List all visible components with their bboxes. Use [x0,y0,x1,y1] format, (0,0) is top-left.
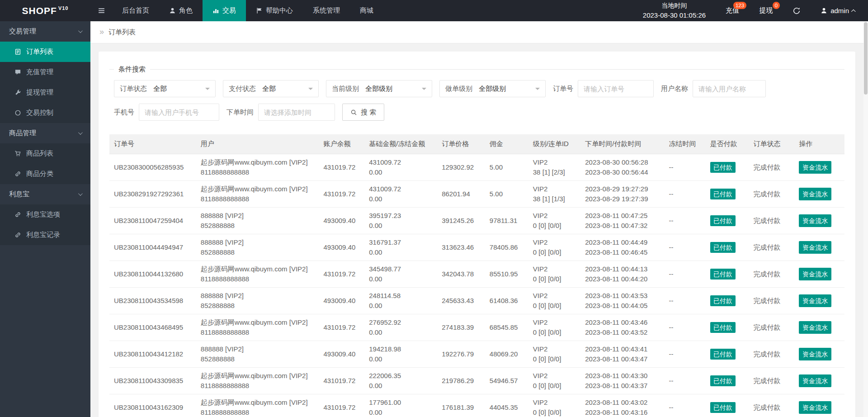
topnav-item-label: 角色 [179,6,193,15]
sidebar-item-0-2[interactable]: 提现管理 [0,82,90,103]
fund-flow-button[interactable]: 资金流水 [799,401,831,414]
chevron-down-icon [78,130,83,135]
fund-flow-button[interactable]: 资金流水 [799,188,831,200]
cell-level-line1: VIP2 [533,184,576,194]
cell-commission: 48069.20 [490,349,524,359]
column-header-8: 冻结时间 [665,134,706,154]
sidebar-item-0-0[interactable]: 订单列表 [0,42,90,62]
cell-price: 192276.79 [442,349,481,359]
chevron-down-icon [78,28,83,33]
top-navbar: SHOPF V10 后台首页角色交易帮助中心系统管理商城 当地时间 2023-0… [0,0,868,21]
cell-commission: 97811.31 [490,216,524,226]
vertical-scrollbar[interactable] [863,21,868,417]
table-row: UB2308110043534598888888 [VIP2]852888888… [109,288,844,314]
fund-flow-button[interactable]: 资金流水 [799,241,831,254]
cell-price: 129302.92 [442,162,481,172]
menu-toggle-icon[interactable] [90,0,112,21]
column-header-11: 操作 [794,134,844,154]
topnav-item-4[interactable]: 系统管理 [303,0,350,21]
filter-select-1[interactable]: 支付状态全部 [223,80,319,97]
sidebar: 交易管理订单列表充值管理提现管理交易控制商品管理商品列表商品分类利息宝利息宝选项… [0,21,90,417]
sidebar-item-2-0[interactable]: 利息宝选项 [0,204,90,225]
cell-frozen: -- [669,216,701,226]
filter-select-3[interactable]: 做单级别全部级别 [439,80,546,97]
fund-flow-button[interactable]: 资金流水 [799,374,831,387]
cell-balance: 431019.72 [323,376,360,386]
sidebar-item-0-3[interactable]: 交易控制 [0,103,90,123]
topnav-item-3[interactable]: 帮助中心 [246,0,303,21]
table-header-row: 订单号用户账户余额基础金额/冻结金额订单价格佣金级别/连单ID下单时间/付款时间… [109,134,844,154]
paid-status-badge: 已付款 [710,189,736,199]
filter-input-7[interactable] [258,104,335,121]
filter-input-group-6: 手机号 [114,104,219,121]
cell-price: 274183.39 [442,322,481,332]
cell-user-line1: 起步源码网www.qibuym.com [VIP2] [201,264,315,274]
cell-time-line1: 2023-08-11 00:43:30 [585,371,660,381]
sidebar-group-1[interactable]: 商品管理 [0,123,90,143]
cell-base-line1: 222006.35 [369,371,433,381]
refresh-icon[interactable] [793,7,801,15]
search-button[interactable]: 搜 索 [342,104,384,121]
cell-level-line2: 0 [0] [0/0] [533,327,576,337]
list-icon [14,48,21,55]
cell-base-line1: 345498.77 [369,264,433,274]
filter-select-value: 全部级别 [365,85,392,93]
sidebar-group-2[interactable]: 利息宝 [0,184,90,204]
cell-status: 完成付款 [754,162,790,172]
fund-flow-button[interactable]: 资金流水 [799,321,831,334]
filter-input-4[interactable] [578,80,654,97]
withdraw-badge: 0 [773,2,780,9]
sidebar-item-2-1[interactable]: 利息宝记录 [0,225,90,245]
sidebar-group-0[interactable]: 交易管理 [0,21,90,42]
cell-user-line1: 888888 [VIP2] [201,344,315,354]
cell-order: UB2308110043309835 [114,376,192,386]
table-row: UB2308110044132680起步源码网www.qibuym.com [V… [109,261,844,288]
table-row: UB2308291927292361起步源码网www.qibuym.com [V… [109,181,844,208]
sidebar-item-0-1[interactable]: 充值管理 [0,62,90,82]
cell-time-line2: 2023-08-11 00:43:47 [585,354,660,364]
filter-label: 手机号 [114,108,134,117]
cell-level-line1: VIP2 [533,398,576,408]
cell-time-line1: 2023-08-11 00:44:13 [585,264,660,274]
sidebar-item-1-0[interactable]: 商品列表 [0,143,90,164]
withdraw-menu[interactable]: 提现 0 [759,0,773,21]
filter-input-6[interactable] [139,104,219,121]
filter-label: 订单号 [553,85,573,93]
filter-select-0[interactable]: 订单状态全部 [114,80,216,97]
topnav-item-2[interactable]: 交易 [203,0,246,21]
sidebar-item-label: 利息宝记录 [26,231,60,239]
fund-flow-button[interactable]: 资金流水 [799,348,831,360]
recharge-menu[interactable]: 充值 123 [726,0,739,21]
cell-price: 342043.78 [442,269,481,279]
fund-flow-button[interactable]: 资金流水 [799,214,831,227]
cell-time-line1: 2023-08-11 00:43:46 [585,317,660,327]
cell-user-line1: 起步源码网www.qibuym.com [VIP2] [201,317,315,327]
cell-base-line2: 0.00 [369,381,433,391]
chevron-down-icon [205,88,210,92]
withdraw-label: 提现 [759,6,773,15]
filter-select-2[interactable]: 当前级别全部级别 [326,80,432,97]
user-menu[interactable]: admin [821,7,855,14]
paid-status-badge: 已付款 [710,402,736,413]
sidebar-item-1-1[interactable]: 商品分类 [0,164,90,184]
topnav-item-0[interactable]: 后台首页 [112,0,159,21]
cell-level-line1: VIP2 [533,211,576,221]
cell-time-line2: 2023-08-11 00:43:16 [585,408,660,417]
scrollbar-thumb[interactable] [864,22,868,95]
topnav-item-1[interactable]: 角色 [159,0,203,21]
cell-time-line2: 2023-08-11 00:43:37 [585,381,660,391]
cell-time-line1: 2023-08-11 00:43:53 [585,291,660,301]
fund-flow-button[interactable]: 资金流水 [799,294,831,307]
cell-order: UB2308110043468495 [114,322,192,332]
main-area: » 订单列表 条件搜索 订单状态全部支付状态全部当前级别全部级别做单级别全部级别… [90,0,868,417]
sidebar-item-label: 充值管理 [26,68,53,76]
filter-input-group-5: 用户名称 [661,80,766,97]
username: admin [830,7,849,14]
topnav-item-5[interactable]: 商城 [350,0,383,21]
person-icon [169,7,176,14]
chevron-down-icon [422,88,426,92]
filter-input-5[interactable] [693,80,766,97]
cell-price: 86201.94 [442,189,481,199]
fund-flow-button[interactable]: 资金流水 [799,268,831,280]
fund-flow-button[interactable]: 资金流水 [799,161,831,174]
